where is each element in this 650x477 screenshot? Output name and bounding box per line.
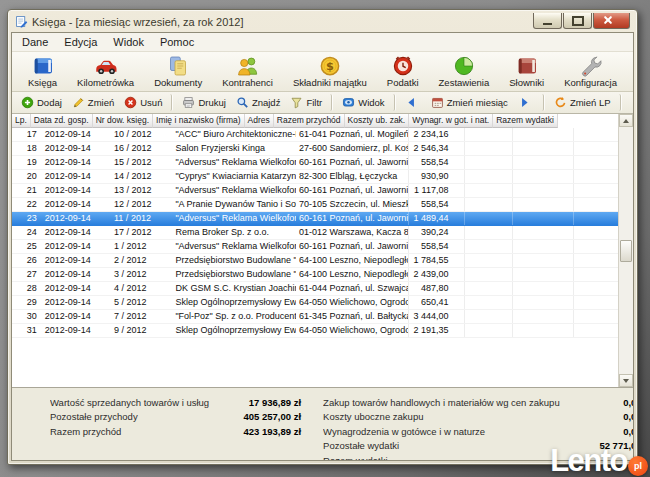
table-row[interactable]: 19 2012-09-14 15 / 2012 "Adversus" Rekla… bbox=[12, 156, 619, 170]
table-row[interactable]: 28 2012-09-14 4 / 2012 DK GSM S.C. Kryst… bbox=[12, 282, 619, 296]
summary-row: Pozostałe przychody 405 257,00 zł bbox=[50, 410, 301, 425]
cell-purchase-costs bbox=[465, 184, 513, 197]
cell-income: 3 444,00 bbox=[409, 310, 466, 323]
cell-wages bbox=[513, 268, 574, 281]
cell-address: 64-100 Leszno, Niepodległości 35 bbox=[296, 268, 409, 281]
cell-name: DK GSM S.C. Krystian Joachimcz bbox=[172, 282, 296, 295]
change-month-button[interactable]: Zmień miesiąc bbox=[426, 94, 513, 111]
view-button[interactable]: Widok bbox=[337, 94, 394, 111]
nav-konfiguracja-button[interactable]: Konfiguracja bbox=[560, 53, 621, 91]
column-header[interactable]: Wynagr. w got. i nat. bbox=[409, 114, 493, 128]
cell-lp: 23 bbox=[12, 212, 42, 225]
cell-expenses bbox=[574, 184, 619, 197]
cell-expenses bbox=[574, 226, 619, 239]
menu-dane[interactable]: Dane bbox=[14, 35, 56, 49]
delete-button[interactable]: Usuń bbox=[119, 94, 172, 111]
table-row[interactable]: 26 2012-09-14 2 / 2012 Przedsiębiorstwo … bbox=[12, 254, 619, 268]
watermark: Lento pl bbox=[550, 443, 648, 477]
column-header[interactable]: Nr dow. księg. bbox=[93, 114, 153, 128]
cell-date: 2012-09-14 bbox=[42, 254, 111, 267]
toolbar-label: Składniki majątku bbox=[293, 77, 367, 88]
cell-expenses bbox=[574, 156, 619, 169]
main-toolbar: Księga Kilometrówka Dokumenty Kontrahenc… bbox=[12, 52, 633, 92]
summary-value: 0,00 zł bbox=[560, 411, 634, 422]
cell-doc-number: 10 / 2012 bbox=[111, 128, 172, 141]
column-header[interactable]: Data zd. gosp. bbox=[31, 114, 93, 128]
table-row[interactable]: 29 2012-09-14 5 / 2012 Sklep Ogólnoprzem… bbox=[12, 296, 619, 310]
find-button[interactable]: Znajdź bbox=[231, 94, 286, 111]
table-row[interactable]: 24 2012-09-14 17 / 2012 Rema Broker Sp. … bbox=[12, 226, 619, 240]
menu-widok[interactable]: Widok bbox=[105, 35, 152, 49]
toolbar-icon bbox=[579, 54, 603, 78]
table-row[interactable]: 18 2012-09-14 16 / 2012 Salon Fryzjerski… bbox=[12, 142, 619, 156]
nav-ksiega-button[interactable]: Księga bbox=[24, 53, 61, 91]
column-header[interactable]: Koszty ub. zak. bbox=[345, 114, 410, 128]
column-header[interactable]: Razem wydatki bbox=[493, 114, 558, 128]
scroll-down-button[interactable] bbox=[619, 374, 633, 387]
scrollbar-thumb[interactable] bbox=[620, 240, 632, 262]
cell-purchase-costs bbox=[465, 310, 513, 323]
nav-skladniki-majatku-button[interactable]: Składniki majątku bbox=[289, 53, 371, 91]
cell-expenses bbox=[574, 324, 619, 337]
filter-button[interactable]: Filtr bbox=[285, 94, 332, 111]
table-row[interactable]: 22 2012-09-14 12 / 2012 "A Pranie Dywanó… bbox=[12, 198, 619, 212]
action-icon bbox=[236, 96, 249, 109]
cell-doc-number: 9 / 2012 bbox=[111, 324, 172, 337]
action-icon bbox=[182, 96, 195, 109]
close-month-button[interactable]: Zamknij miesiąc bbox=[626, 94, 634, 111]
nav-podatki-button[interactable]: Podatki bbox=[383, 53, 423, 91]
cell-purchase-costs bbox=[465, 142, 513, 155]
action-label: Usuń bbox=[140, 97, 162, 108]
print-button[interactable]: Drukuj bbox=[177, 94, 230, 111]
nav-zestawienia-button[interactable]: Zestawienia bbox=[435, 53, 494, 91]
cell-date: 2012-09-14 bbox=[42, 198, 111, 211]
summary-row: Wartość sprzedanych towarów i usług 17 9… bbox=[50, 395, 301, 410]
nav-kontrahenci-button[interactable]: Kontrahenci bbox=[218, 53, 277, 91]
title-bar[interactable]: Księga - [za miesiąc wrzesień, za rok 20… bbox=[11, 10, 634, 32]
scroll-up-button[interactable] bbox=[619, 114, 633, 127]
column-header[interactable]: Imię i nazwisko (firma) bbox=[153, 114, 245, 128]
table-row[interactable]: 27 2012-09-14 3 / 2012 Przedsiębiorstwo … bbox=[12, 268, 619, 282]
window-controls bbox=[533, 13, 630, 29]
nav-dokumenty-button[interactable]: Dokumenty bbox=[150, 53, 206, 91]
table-row[interactable]: 30 2012-09-14 7 / 2012 "Fol-Poz" Sp. z o… bbox=[12, 310, 619, 324]
vertical-scrollbar[interactable] bbox=[618, 114, 633, 387]
toolbar-label: Dokumenty bbox=[154, 77, 202, 88]
cell-date: 2012-09-14 bbox=[42, 170, 111, 183]
nav-kilometrowka-button[interactable]: Kilometrówka bbox=[73, 53, 138, 91]
cell-wages bbox=[513, 282, 574, 295]
table-row[interactable]: 25 2012-09-14 1 / 2012 "Adversus" Reklam… bbox=[12, 240, 619, 254]
cell-wages bbox=[513, 296, 574, 309]
change-lp-button[interactable]: Zmień LP bbox=[549, 94, 621, 111]
maximize-button[interactable] bbox=[563, 13, 592, 29]
table-row[interactable]: 17 2012-09-14 10 / 2012 "ACC" Biuro Arch… bbox=[12, 128, 619, 142]
nav-slowniki-button[interactable]: Słowniki bbox=[505, 53, 548, 91]
column-header[interactable]: Razem przychód bbox=[274, 114, 345, 128]
toolbar-icon bbox=[318, 54, 342, 78]
add-button[interactable]: Dodaj bbox=[16, 94, 67, 111]
summary-income: Wartość sprzedanych towarów i usług 17 9… bbox=[12, 395, 301, 460]
cell-expenses bbox=[574, 296, 619, 309]
action-label: Filtr bbox=[306, 97, 322, 108]
close-button[interactable] bbox=[593, 13, 630, 29]
table-row[interactable]: 20 2012-09-14 14 / 2012 "Cyprys" Kwiacia… bbox=[12, 170, 619, 184]
column-header[interactable]: Lp. bbox=[12, 114, 31, 128]
cell-doc-number: 7 / 2012 bbox=[111, 310, 172, 323]
next-month-button[interactable] bbox=[513, 94, 544, 111]
prev-month-button[interactable] bbox=[400, 94, 426, 111]
cell-date: 2012-09-14 bbox=[42, 268, 111, 281]
cell-date: 2012-09-14 bbox=[42, 184, 111, 197]
cell-lp: 28 bbox=[12, 282, 42, 295]
column-header[interactable]: Adres bbox=[245, 114, 274, 128]
edit-button[interactable]: Zmień bbox=[67, 94, 119, 111]
action-icon bbox=[290, 96, 303, 109]
cell-purchase-costs bbox=[465, 212, 513, 225]
cell-purchase-costs bbox=[465, 170, 513, 183]
table-row[interactable]: 23 2012-09-14 11 / 2012 "Adversus" Rekla… bbox=[12, 212, 619, 226]
minimize-button[interactable] bbox=[533, 13, 562, 29]
table-row[interactable]: 31 2012-09-14 9 / 2012 Sklep Ogólnoprzem… bbox=[12, 324, 619, 338]
menu-edycja[interactable]: Edycja bbox=[56, 35, 105, 49]
cell-name: "ACC" Biuro Architektoniczne-Re bbox=[172, 128, 296, 141]
table-row[interactable]: 21 2012-09-14 13 / 2012 "Adversus" Rekla… bbox=[12, 184, 619, 198]
menu-pomoc[interactable]: Pomoc bbox=[152, 35, 202, 49]
